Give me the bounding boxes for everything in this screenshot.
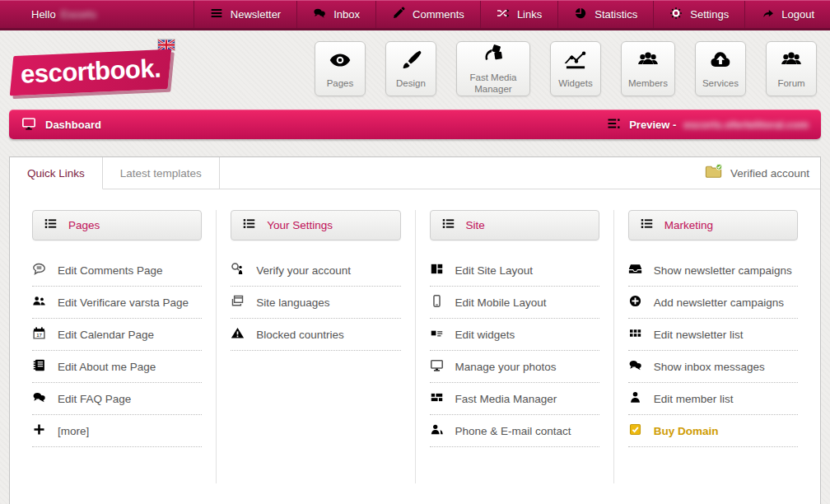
- link-label: Edit newsletter list: [654, 329, 744, 341]
- link-label: Show inbox messages: [654, 361, 765, 373]
- nav-label: Logout: [781, 8, 814, 21]
- escortbook-logo[interactable]: escortbook.: [10, 49, 171, 96]
- design-button[interactable]: Design: [385, 41, 436, 96]
- column-site: Site Edit Site Layout Edit Mobile Layout…: [416, 210, 614, 483]
- tab-label: Latest templates: [120, 167, 202, 180]
- link-edit-mobile-layout[interactable]: Edit Mobile Layout: [430, 287, 599, 319]
- link-label: Verify your account: [256, 264, 351, 277]
- plus-icon: [32, 422, 46, 439]
- nav-item-links[interactable]: Links: [480, 1, 557, 28]
- preview-label: Preview -: [629, 119, 676, 131]
- gear-icon: [669, 7, 683, 22]
- shuffle-icon: [497, 7, 510, 22]
- nav-item-comments[interactable]: Comments: [375, 1, 480, 28]
- link-manage-your-photos[interactable]: Manage your photos: [430, 351, 599, 383]
- link-label: Phone & E-mail contact: [455, 425, 571, 437]
- gold-checkbox-icon: [628, 422, 642, 439]
- forum-button[interactable]: Forum: [766, 41, 817, 96]
- link-site-languages[interactable]: Site languages: [231, 287, 400, 319]
- contact-person-icon: [430, 422, 444, 439]
- nav-label: Newsletter: [231, 8, 281, 21]
- link-fast-media-manager[interactable]: Fast Media Manager: [430, 383, 599, 415]
- comment-bubble-icon: [32, 262, 46, 278]
- app-button-label: Forum: [777, 78, 804, 89]
- link-label: Edit About me Page: [58, 361, 156, 373]
- link-label: Edit Mobile Layout: [455, 296, 547, 309]
- preview-link[interactable]: Preview - escorts.ofertelitoral.com: [607, 116, 809, 133]
- nav-item-settings[interactable]: Settings: [653, 1, 744, 28]
- link-buy-domain[interactable]: Buy Domain: [628, 415, 798, 447]
- nav-item-logout[interactable]: Logout: [744, 1, 830, 28]
- brush-icon: [399, 49, 422, 75]
- link-edit-widgets[interactable]: Edit widgets: [430, 319, 599, 351]
- link-label: [more]: [58, 425, 89, 437]
- people-group-icon: [636, 49, 660, 75]
- dashboard-title-group[interactable]: Dashboard: [21, 116, 101, 133]
- link-label: Edit member list: [654, 393, 734, 405]
- logout-arrow-icon: [761, 7, 774, 22]
- double-bubble-icon: [628, 358, 642, 375]
- link-show-newsletter-campaigns[interactable]: Show newsletter campaigns: [628, 254, 798, 287]
- column-header-marketing[interactable]: Marketing: [628, 210, 798, 240]
- link-phone-email-contact[interactable]: Phone & E-mail contact: [430, 415, 599, 447]
- link-label: Show newsletter campaigns: [654, 264, 792, 277]
- widgets-button[interactable]: Widgets: [550, 41, 601, 96]
- pages-button[interactable]: Pages: [315, 41, 366, 96]
- column-title: Marketing: [664, 219, 713, 231]
- link-add-newsletter-campaigns[interactable]: Add newsletter campaigns: [628, 287, 798, 319]
- nav-item-inbox[interactable]: Inbox: [296, 1, 375, 28]
- link-edit-verificare-varsta-page[interactable]: Edit Verificare varsta Page: [32, 287, 202, 319]
- link-label: Blocked countries: [256, 329, 344, 341]
- logo-text: escortbook.: [11, 49, 170, 94]
- grid-icon: [628, 326, 642, 343]
- people-group-icon: [780, 49, 803, 75]
- nav-label: Links: [517, 8, 542, 21]
- link-edit-site-layout[interactable]: Edit Site Layout: [430, 254, 599, 287]
- link-edit-about-me-page[interactable]: Edit About me Page: [32, 351, 202, 383]
- fast-media-manager-button[interactable]: Fast Media Manager: [456, 41, 530, 96]
- link-show-inbox-messages[interactable]: Show inbox messages: [628, 351, 798, 383]
- double-bubble-icon: [32, 390, 46, 407]
- services-button[interactable]: Services: [695, 41, 746, 96]
- nav-label: Inbox: [333, 8, 360, 21]
- nav-item-statistics[interactable]: Statistics: [557, 1, 653, 28]
- list-menu-icon: [640, 217, 654, 234]
- link-verify-your-account[interactable]: Verify your account: [231, 254, 400, 287]
- column-title: Your Settings: [267, 219, 333, 231]
- header: escortbook. Pages Design Fast Media Mana…: [0, 30, 830, 108]
- column-header-your-settings[interactable]: Your Settings: [231, 210, 400, 240]
- link-edit-newsletter-list[interactable]: Edit newsletter list: [628, 319, 798, 351]
- menu-lines-icon: [210, 7, 223, 22]
- pie-chart-icon: [574, 7, 587, 22]
- top-bar: Hello Escorts Newsletter Inbox Comments …: [0, 0, 830, 30]
- members-button[interactable]: Members: [621, 41, 675, 96]
- layout-blocks-icon: [430, 262, 444, 278]
- verified-label: Verified account: [730, 167, 809, 180]
- stacked-windows-icon: [231, 294, 245, 310]
- column-header-site[interactable]: Site: [430, 210, 599, 240]
- tab-latest-templates[interactable]: Latest templates: [103, 157, 220, 189]
- dashboard-page: Hello Escorts Newsletter Inbox Comments …: [0, 0, 830, 504]
- link-label: Edit Calendar Page: [58, 329, 154, 341]
- app-buttons: Pages Design Fast Media Manager Widgets …: [315, 41, 817, 96]
- column-header-pages[interactable]: Pages: [32, 210, 202, 240]
- link-more-pages[interactable]: [more]: [32, 415, 202, 447]
- link-edit-member-list[interactable]: Edit member list: [628, 383, 798, 415]
- top-navigation: Newsletter Inbox Comments Links Statisti…: [194, 1, 830, 28]
- column-pages: Pages Edit Comments Page Edit Verificare…: [18, 210, 217, 483]
- link-edit-comments-page[interactable]: Edit Comments Page: [32, 254, 202, 287]
- tab-quick-links[interactable]: Quick Links: [10, 157, 103, 189]
- link-edit-faq-page[interactable]: Edit FAQ Page: [32, 383, 202, 415]
- app-button-label: Design: [396, 78, 426, 89]
- column-marketing: Marketing Show newsletter campaigns Add …: [614, 210, 812, 483]
- nav-item-newsletter[interactable]: Newsletter: [194, 1, 296, 28]
- plus-circle-icon: [628, 294, 642, 310]
- column-your-settings: Your Settings Verify your account Site l…: [217, 210, 415, 483]
- magnifier-person-icon: [231, 262, 245, 278]
- preview-list-icon: [607, 116, 622, 133]
- greeting: Hello Escorts: [31, 1, 96, 28]
- nav-label: Comments: [413, 8, 464, 21]
- link-blocked-countries[interactable]: Blocked countries: [231, 319, 400, 351]
- link-edit-calendar-page[interactable]: Edit Calendar Page: [32, 319, 202, 351]
- link-label: Buy Domain: [654, 425, 719, 437]
